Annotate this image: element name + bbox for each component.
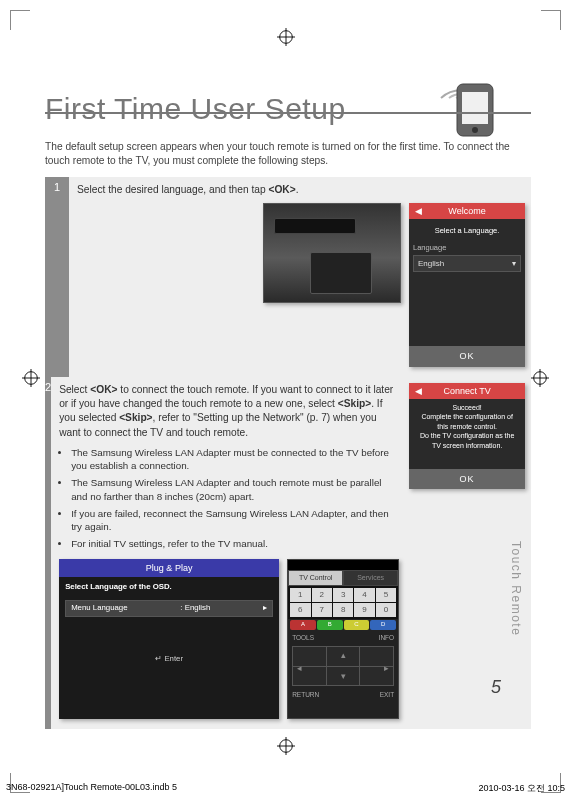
- footer-right: 2010-03-16 오전 10:5: [478, 782, 565, 795]
- color-buttons: A B C D: [288, 619, 398, 631]
- step-1-text: Select the desired language, and then ta…: [77, 183, 525, 197]
- connect-l1: Succeed!: [415, 403, 519, 412]
- num-key[interactable]: 2: [312, 588, 332, 602]
- language-value: English: [418, 258, 444, 269]
- plugplay-menu-row[interactable]: Menu Language : English ▸: [65, 600, 273, 617]
- menu-language-label: Menu Language: [71, 603, 127, 614]
- num-key[interactable]: 9: [354, 603, 374, 617]
- crop-mark: [541, 10, 561, 30]
- language-label: Language: [409, 243, 525, 256]
- plugplay-title: Plug & Play: [59, 559, 279, 578]
- num-key[interactable]: 7: [312, 603, 332, 617]
- plugplay-sub: Select Language of the OSD.: [59, 577, 279, 598]
- welcome-ok-button[interactable]: OK: [409, 346, 525, 367]
- red-button[interactable]: A: [290, 620, 316, 630]
- arrow-left-icon: ◂: [297, 662, 302, 675]
- welcome-screen: ◀ Welcome Select a Language. Language En…: [409, 203, 525, 367]
- language-dropdown[interactable]: English ▾: [413, 255, 521, 272]
- arrow-right-icon: ▸: [384, 662, 389, 675]
- info-button[interactable]: INFO: [379, 633, 395, 642]
- remote-screen: TV Control Services 1 2 3 4 5 6 7 8: [287, 559, 399, 719]
- connect-header: ◀ Connect TV: [409, 383, 525, 399]
- bullet-item: For initial TV settings, refer to the TV…: [71, 537, 399, 550]
- connect-body: Succeed! Complete the configuration of t…: [409, 399, 525, 469]
- page-number: 5: [491, 677, 501, 698]
- connect-title: Connect TV: [443, 385, 490, 398]
- return-exit-row: RETURN EXIT: [288, 688, 398, 703]
- step-2-body: Select <OK> to connect the touch remote.…: [51, 377, 531, 729]
- steps-container: 1 Select the desired language, and then …: [45, 177, 531, 729]
- arrow-up-icon: ▴: [341, 649, 346, 662]
- return-button[interactable]: RETURN: [292, 690, 319, 699]
- green-button[interactable]: B: [317, 620, 343, 630]
- welcome-subtitle: Select a Language.: [409, 219, 525, 243]
- tab-services[interactable]: Services: [343, 570, 398, 586]
- connect-l3: Do the TV configuration as the TV screen…: [415, 431, 519, 450]
- step-1-body: Select the desired language, and then ta…: [69, 177, 531, 377]
- bullet-item: The Samsung Wireless LAN Adapter must be…: [71, 446, 399, 472]
- print-footer: 3N68-02921A]Touch Remote-00L03.indb 5 20…: [0, 782, 571, 795]
- num-key[interactable]: 8: [333, 603, 353, 617]
- bullet-item: The Samsung Wireless LAN Adapter and tou…: [71, 476, 399, 502]
- step2-paragraph: Select <OK> to connect the touch remote.…: [59, 383, 399, 440]
- step2-bullets: The Samsung Wireless LAN Adapter must be…: [59, 446, 399, 551]
- phone-icon: [445, 80, 505, 140]
- exit-button[interactable]: EXIT: [380, 690, 394, 699]
- blue-button[interactable]: D: [370, 620, 396, 630]
- step-1: 1 Select the desired language, and then …: [45, 177, 531, 377]
- step1-prefix: Select the desired language, and then ta…: [77, 184, 268, 195]
- welcome-body: [409, 276, 525, 346]
- back-icon: ◀: [415, 385, 422, 398]
- side-tab-label: Touch Remote: [509, 541, 523, 636]
- num-key[interactable]: 5: [376, 588, 396, 602]
- step-2: 2 Select <OK> to connect the touch remot…: [45, 377, 531, 729]
- arrow-down-icon: ▾: [341, 670, 346, 683]
- footer-left: 3N68-02921A]Touch Remote-00L03.indb 5: [6, 782, 177, 795]
- tools-info-row: TOOLS INFO: [288, 631, 398, 644]
- step-number: 1: [45, 177, 69, 377]
- back-icon: ◀: [415, 205, 422, 218]
- chevron-right-icon: ▸: [263, 603, 267, 614]
- yellow-button[interactable]: C: [344, 620, 370, 630]
- num-key[interactable]: 1: [290, 588, 310, 602]
- svg-rect-13: [462, 92, 488, 124]
- bullet-item: If you are failed, reconnect the Samsung…: [71, 507, 399, 533]
- page-title: First Time User Setup: [45, 92, 352, 126]
- welcome-header: ◀ Welcome: [409, 203, 525, 219]
- registration-mark: [531, 369, 549, 387]
- dpad[interactable]: ▴ ▾ ◂ ▸: [292, 646, 394, 686]
- dropdown-icon: ▾: [512, 258, 516, 269]
- plugplay-enter: ↵ Enter: [59, 649, 279, 670]
- title-area: First Time User Setup: [45, 40, 531, 126]
- connect-l2: Complete the configuration of this remot…: [415, 412, 519, 431]
- page-content: First Time User Setup The default setup …: [45, 40, 531, 756]
- welcome-title: Welcome: [448, 205, 485, 218]
- remote-tabs: TV Control Services: [288, 570, 398, 586]
- tools-button[interactable]: TOOLS: [292, 633, 314, 642]
- remote-number-pad: 1 2 3 4 5 6 7 8 9 0: [288, 586, 398, 619]
- intro-text: The default setup screen appears when yo…: [45, 140, 531, 169]
- num-key[interactable]: 3: [333, 588, 353, 602]
- step2-bottom-images: Plug & Play Select Language of the OSD. …: [59, 555, 399, 719]
- registration-mark: [22, 369, 40, 387]
- num-key[interactable]: 0: [376, 603, 396, 617]
- plug-play-screen: Plug & Play Select Language of the OSD. …: [59, 559, 279, 719]
- device-photo: [263, 203, 401, 303]
- num-key[interactable]: 6: [290, 603, 310, 617]
- remote-status-bar: [288, 560, 398, 570]
- crop-mark: [10, 10, 30, 30]
- connect-tv-screen: ◀ Connect TV Succeed! Complete the confi…: [409, 383, 525, 490]
- connect-ok-button[interactable]: OK: [409, 469, 525, 490]
- step-1-images: ◀ Welcome Select a Language. Language En…: [77, 203, 525, 367]
- svg-point-14: [472, 127, 478, 133]
- ok-tag: <OK>: [268, 184, 295, 195]
- tab-tv-control[interactable]: TV Control: [288, 570, 343, 586]
- num-key[interactable]: 4: [354, 588, 374, 602]
- enter-label: Enter: [164, 654, 183, 663]
- step1-suffix: .: [296, 184, 299, 195]
- menu-language-value: : English: [180, 603, 210, 614]
